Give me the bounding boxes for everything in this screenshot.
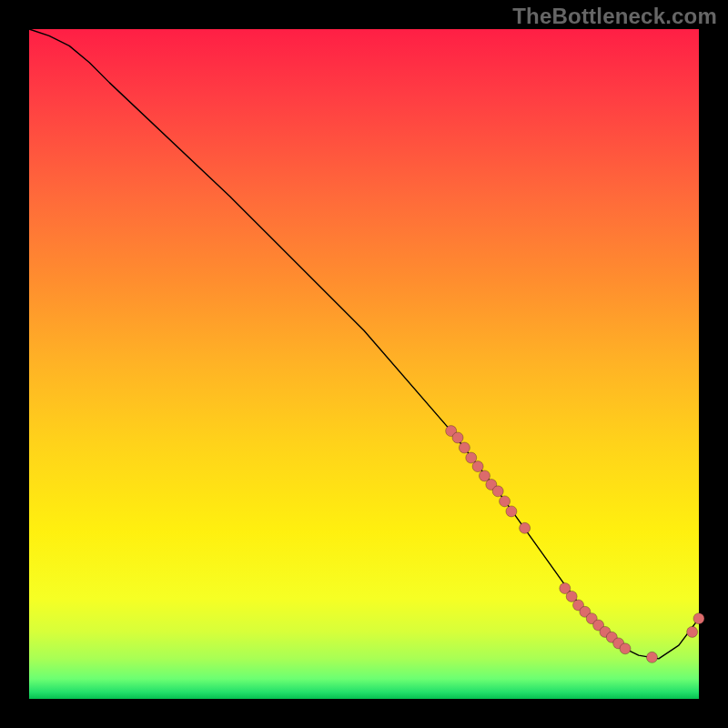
data-point: [693, 613, 704, 624]
data-point: [520, 522, 531, 533]
chart-frame: TheBottleneck.com: [0, 0, 728, 728]
data-point: [459, 442, 470, 453]
data-point: [620, 643, 631, 654]
data-point: [472, 461, 483, 472]
watermark-text: TheBottleneck.com: [512, 4, 717, 29]
bottleneck-curve: [29, 29, 699, 659]
data-point: [506, 506, 517, 517]
data-point: [687, 626, 698, 637]
data-point: [492, 486, 503, 497]
data-point: [646, 652, 657, 662]
data-point: [452, 432, 463, 443]
data-point: [500, 496, 511, 507]
highlight-points: [446, 426, 704, 663]
plot-area: [29, 29, 699, 699]
chart-svg: [29, 29, 699, 699]
